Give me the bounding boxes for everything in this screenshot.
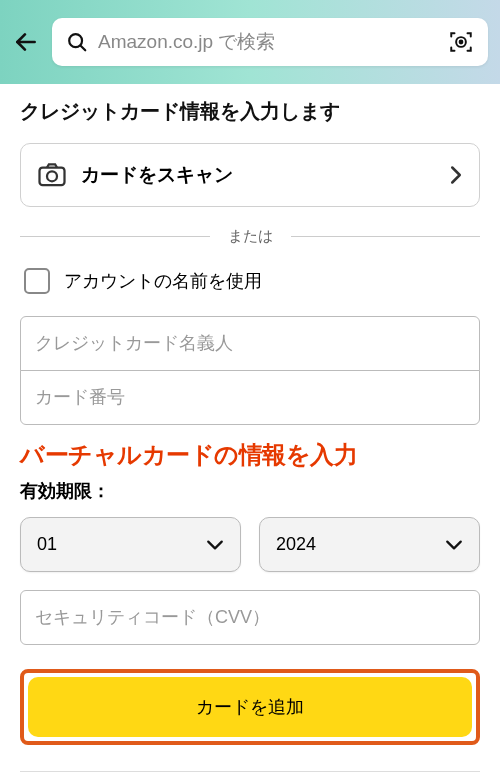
divider-line: [20, 236, 210, 237]
expiry-selects: 01 2024: [20, 517, 480, 572]
or-divider: または: [20, 227, 480, 246]
use-account-name-label: アカウントの名前を使用: [64, 269, 262, 293]
submit-highlight: カードを追加: [20, 669, 480, 745]
chevron-down-icon: [445, 539, 463, 551]
expiry-label: 有効期限：: [20, 479, 480, 503]
svg-point-4: [460, 41, 463, 44]
search-icon: [66, 31, 88, 53]
chevron-right-icon: [449, 165, 463, 185]
cardholder-name-field[interactable]: [20, 316, 480, 371]
form-content: クレジットカード情報を入力します カードをスキャン または アカウントの名前を使…: [0, 84, 500, 780]
page-title: クレジットカード情報を入力します: [20, 98, 480, 125]
arrow-left-icon: [13, 29, 39, 55]
svg-line-2: [81, 46, 86, 51]
annotation-overlay: バーチャルカードの情報を入力: [20, 439, 480, 471]
expiry-month-select[interactable]: 01: [20, 517, 241, 572]
scan-card-button[interactable]: カードをスキャン: [20, 143, 480, 207]
expiry-year-select[interactable]: 2024: [259, 517, 480, 572]
card-fields: [20, 316, 480, 425]
divider-line: [291, 236, 481, 237]
back-button[interactable]: [12, 28, 40, 56]
expiry-month-value: 01: [37, 534, 57, 555]
card-number-field[interactable]: [20, 370, 480, 425]
use-account-name-checkbox[interactable]: [24, 268, 50, 294]
camera-lens-icon[interactable]: [448, 29, 474, 55]
svg-point-6: [47, 171, 57, 181]
cvv-field[interactable]: [20, 590, 480, 645]
add-card-button[interactable]: カードを追加: [28, 677, 472, 737]
divider-text: または: [228, 227, 273, 246]
chevron-down-icon: [206, 539, 224, 551]
app-header: [0, 0, 500, 84]
bottom-divider: [20, 771, 480, 772]
expiry-year-value: 2024: [276, 534, 316, 555]
scan-card-label: カードをスキャン: [81, 162, 435, 188]
search-bar[interactable]: [52, 18, 488, 66]
camera-icon: [37, 162, 67, 188]
search-input[interactable]: [98, 31, 438, 53]
use-account-name-row: アカウントの名前を使用: [20, 268, 480, 294]
